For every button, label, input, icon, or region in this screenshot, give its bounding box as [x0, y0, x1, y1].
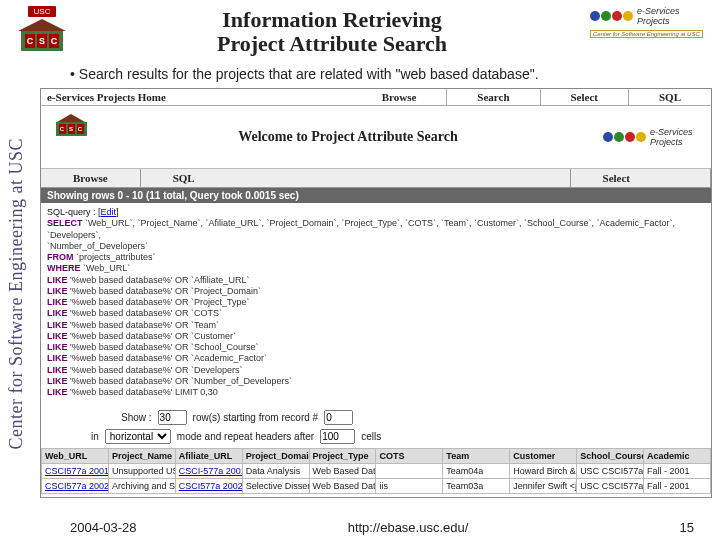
eservices-logo: e-Services Projects Center for Software … [590, 6, 710, 38]
col-school_course[interactable]: School_Course [577, 449, 644, 464]
footer-page: 15 [680, 520, 694, 535]
home-link[interactable]: e-Services Projects Home [41, 89, 172, 105]
starting-input[interactable] [324, 410, 353, 425]
repeat-input[interactable] [320, 429, 355, 444]
nav-browse[interactable]: Browse [352, 89, 447, 105]
show-input[interactable] [158, 410, 187, 425]
usc-tag: USC [28, 6, 57, 17]
show-label: Show : [121, 412, 152, 423]
col-web_url[interactable]: Web_URL [42, 449, 109, 464]
eservices-logo-inline: e-Services Projects [603, 127, 703, 147]
footer-date: 2004-03-28 [70, 520, 137, 535]
slide-footer: 2004-03-28 http://ebase.usc.edu/ 15 [0, 518, 720, 536]
csci-letter: C [49, 34, 59, 48]
col-afiliate_url[interactable]: Afiliate_URL [175, 449, 242, 464]
edit-sql-link[interactable]: Edit [101, 207, 117, 217]
tab-row: Browse SQL Select [41, 169, 711, 188]
table-row: CSCI577a 2001 team04aUnsupported USC UNI… [42, 464, 711, 479]
col-team[interactable]: Team [443, 449, 510, 464]
cells-label: cells [361, 431, 381, 442]
csci-letter: S [37, 34, 47, 48]
top-nav: e-Services Projects Home Browse Search S… [41, 89, 711, 106]
eservices-subtitle: Center for Software Engineering at USC [590, 30, 703, 38]
col-customer[interactable]: Customer [510, 449, 577, 464]
tab-sql[interactable]: SQL [141, 169, 571, 187]
repeat-label: mode and repeat headers after [177, 431, 314, 442]
starting-label: row(s) starting from record # [193, 412, 319, 423]
results-table: Web_URLProject_NameAfiliate_URLProject_D… [41, 448, 711, 494]
eservices-brand: e-Services Projects [637, 6, 710, 26]
col-academic[interactable]: Academic [644, 449, 711, 464]
tab-browse[interactable]: Browse [41, 169, 141, 187]
footer-url: http://ebase.usc.edu/ [348, 520, 469, 535]
nav-sql[interactable]: SQL [629, 89, 711, 105]
status-bar: Showing rows 0 - 10 (11 total, Query too… [41, 188, 711, 203]
tab-select[interactable]: Select [571, 169, 711, 187]
col-cots[interactable]: COTS [376, 449, 443, 464]
csci-letter: C [25, 34, 35, 48]
nav-select[interactable]: Select [541, 89, 628, 105]
sql-block: SQL-query : [Edit] SELECT SELECT `Web_UR… [41, 203, 711, 406]
bullet-text: Search results for the projects that are… [70, 66, 712, 82]
welcome-heading: Welcome to Project Attribute Search [93, 129, 603, 145]
table-row: CSCI577a 2002 team03aArchiving and Selec… [42, 479, 711, 494]
col-project_type[interactable]: Project_Type [309, 449, 376, 464]
col-project_domain[interactable]: Project_Domain [242, 449, 309, 464]
browser-screenshot: e-Services Projects Home Browse Search S… [40, 88, 712, 498]
pagination-controls: Show : row(s) starting from record # [41, 406, 711, 429]
csci-mini-logo: C S C [49, 112, 93, 162]
csci-logo: USC C S C [10, 6, 74, 56]
slide-title: Information Retrieving Project Attribute… [74, 6, 590, 56]
nav-search[interactable]: Search [447, 89, 539, 105]
col-project_name[interactable]: Project_Name [108, 449, 175, 464]
mode-select[interactable]: horizontal [105, 429, 171, 444]
mode-label: in [91, 431, 99, 442]
vertical-organization-label: Center for Software Engineering at USC [0, 64, 32, 524]
